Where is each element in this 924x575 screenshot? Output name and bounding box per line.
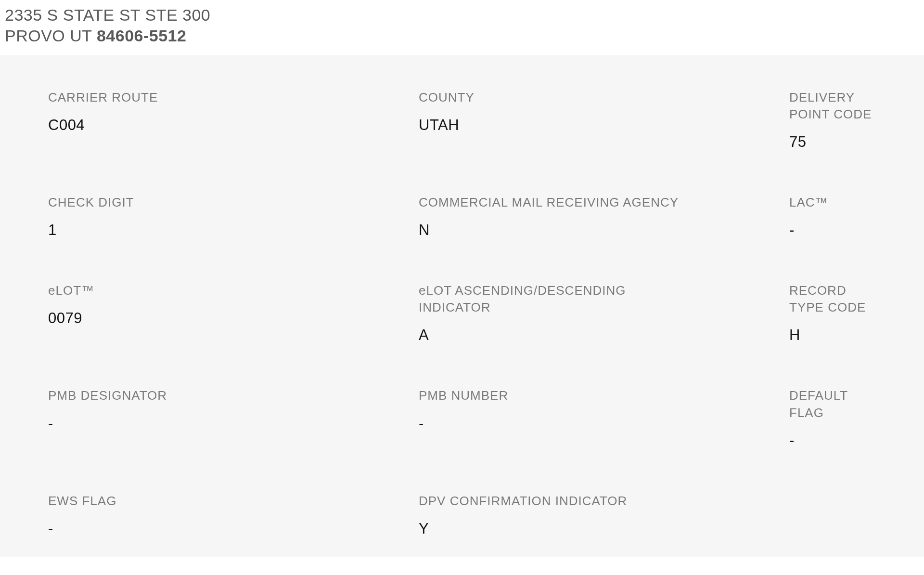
field-carrier-route: CARRIER ROUTE C004 [48, 89, 419, 151]
field-lac: LAC™ - [789, 194, 876, 239]
field-label: RECORD TYPE CODE [789, 282, 876, 316]
field-pmb-number: PMB NUMBER - [419, 387, 789, 449]
field-check-digit: CHECK DIGIT 1 [48, 194, 419, 239]
address-zip: 84606-5512 [97, 26, 187, 45]
field-default-flag: DEFAULT FLAG - [789, 387, 876, 449]
field-value: A [419, 327, 789, 344]
field-value: 75 [789, 133, 876, 151]
field-value: - [789, 432, 876, 449]
field-value: UTAH [419, 117, 789, 134]
field-label: PMB DESIGNATOR [48, 387, 419, 404]
address-city-state: PROVO UT [5, 26, 97, 45]
field-record-type-code: RECORD TYPE CODE H [789, 282, 876, 344]
field-value: - [48, 415, 419, 432]
field-value: Y [419, 520, 789, 537]
field-empty [789, 493, 876, 537]
address-header: 2335 S STATE ST STE 300 PROVO UT 84606-5… [0, 0, 924, 55]
field-value: N [419, 222, 789, 239]
field-value: - [419, 415, 789, 432]
field-label: eLOT™ [48, 282, 419, 299]
field-label: DEFAULT FLAG [789, 387, 876, 421]
address-line-1: 2335 S STATE ST STE 300 [5, 5, 919, 26]
field-cmra: COMMERCIAL MAIL RECEIVING AGENCY N [419, 194, 789, 239]
field-elot-ascending-descending: eLOT ASCENDING/DESCENDING INDICATOR A [419, 282, 789, 344]
field-label: EWS FLAG [48, 493, 419, 510]
details-panel: CARRIER ROUTE C004 COUNTY UTAH DELIVERY … [0, 55, 924, 557]
field-value: - [789, 222, 876, 239]
field-label: LAC™ [789, 194, 876, 211]
field-value: C004 [48, 117, 419, 134]
field-delivery-point-code: DELIVERY POINT CODE 75 [789, 89, 876, 151]
field-ews-flag: EWS FLAG - [48, 493, 419, 537]
field-label: PMB NUMBER [419, 387, 789, 404]
field-label: COUNTY [419, 89, 789, 106]
field-label: COMMERCIAL MAIL RECEIVING AGENCY [419, 194, 789, 211]
details-grid: CARRIER ROUTE C004 COUNTY UTAH DELIVERY … [48, 89, 876, 537]
address-line-2: PROVO UT 84606-5512 [5, 26, 919, 46]
field-label: DELIVERY POINT CODE [789, 89, 876, 123]
field-value: - [48, 520, 419, 537]
field-label: eLOT ASCENDING/DESCENDING INDICATOR [419, 282, 669, 316]
field-pmb-designator: PMB DESIGNATOR - [48, 387, 419, 449]
field-label: CARRIER ROUTE [48, 89, 419, 106]
field-value: 1 [48, 222, 419, 239]
field-county: COUNTY UTAH [419, 89, 789, 151]
field-label: DPV CONFIRMATION INDICATOR [419, 493, 789, 510]
field-label: CHECK DIGIT [48, 194, 419, 211]
field-value: 0079 [48, 310, 419, 327]
field-dpv-confirmation: DPV CONFIRMATION INDICATOR Y [419, 493, 789, 537]
field-elot: eLOT™ 0079 [48, 282, 419, 344]
field-value: H [789, 327, 876, 344]
